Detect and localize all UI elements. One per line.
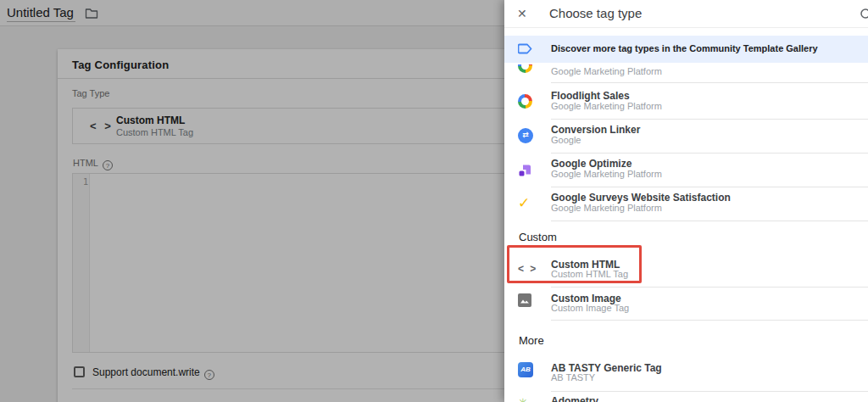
list-item[interactable]: Google Optimize Google Marketing Platfor… xyxy=(504,153,868,187)
adometry-icon: ✳ xyxy=(518,397,533,402)
list-item-custom-image[interactable]: Custom Image Custom Image Tag xyxy=(504,288,868,320)
image-icon xyxy=(518,293,533,309)
choose-tag-type-panel: ✕ Choose tag type Discover more tag type… xyxy=(504,0,868,402)
list-divider xyxy=(551,287,868,288)
panel-title: Choose tag type xyxy=(549,6,642,20)
list-divider xyxy=(551,82,868,83)
google-optimize-icon xyxy=(518,162,533,177)
code-icon: < > xyxy=(518,261,533,276)
list-item-description: Google xyxy=(551,135,581,145)
list-item-name: Google Optimize xyxy=(551,158,632,170)
list-item-name: Conversion Linker xyxy=(551,124,640,136)
scrolled-item-description: Google Marketing Platform xyxy=(551,66,662,76)
banner-text: Discover more tag types in the Community… xyxy=(551,43,818,53)
tag-icon xyxy=(518,42,535,56)
list-divider xyxy=(551,320,868,321)
list-item[interactable]: Floodlight Sales Google Marketing Platfo… xyxy=(504,85,868,119)
list-divider xyxy=(551,221,868,221)
list-item-custom-html[interactable]: < > Custom HTML Custom HTML Tag xyxy=(504,254,868,287)
list-item[interactable]: ⇄ Conversion Linker Google xyxy=(504,119,868,153)
list-item-name: Adometry xyxy=(551,395,598,402)
list-item-name: Google Surveys Website Satisfaction xyxy=(551,192,731,204)
list-item-description: Custom Image Tag xyxy=(551,303,629,313)
list-item-adometry[interactable]: ✳ Adometry xyxy=(504,392,868,402)
list-item-ab-tasty[interactable]: AB AB TASTY Generic Tag AB TASTY xyxy=(504,356,868,390)
floodlight-icon xyxy=(518,94,533,109)
panel-header: ✕ Choose tag type xyxy=(504,0,868,28)
list-item-name: Floodlight Sales xyxy=(551,90,630,102)
list-item-description: Custom HTML Tag xyxy=(551,269,628,279)
list-item-description: Google Marketing Platform xyxy=(551,203,662,213)
google-surveys-icon: ✓ xyxy=(518,196,533,211)
list-item-description: Google Marketing Platform xyxy=(551,101,662,111)
list-item[interactable]: ✓ Google Surveys Website Satisfaction Go… xyxy=(504,187,868,221)
ab-tasty-icon: AB xyxy=(518,362,533,377)
search-icon[interactable] xyxy=(860,8,868,22)
section-header-custom: Custom xyxy=(519,231,557,243)
floodlight-icon xyxy=(518,64,533,76)
list-item-description: Google Marketing Platform xyxy=(551,169,662,179)
conversion-linker-icon: ⇄ xyxy=(518,128,533,143)
section-header-more: More xyxy=(519,334,544,347)
list-item-description: AB TASTY xyxy=(551,372,595,382)
community-gallery-banner[interactable]: Discover more tag types in the Community… xyxy=(504,36,868,63)
close-icon[interactable]: ✕ xyxy=(517,7,527,20)
